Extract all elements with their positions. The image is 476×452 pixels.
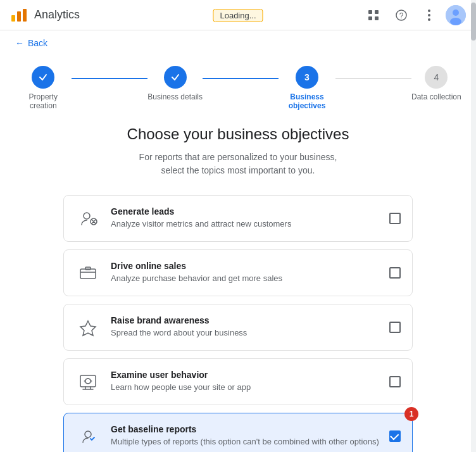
generate-leads-desc: Analyze visitor metrics and attract new … xyxy=(111,218,389,230)
step-4-label: Data collection xyxy=(411,92,461,101)
subtitle-line1: For reports that are personalized to you… xyxy=(139,152,337,162)
svg-point-21 xyxy=(85,431,91,437)
connector-3-4 xyxy=(335,78,411,79)
brand-awareness-title: Raise brand awareness xyxy=(111,315,389,325)
main-content: Choose your business objectives For repo… xyxy=(48,115,428,452)
svg-rect-1 xyxy=(17,11,21,22)
scrollbar[interactable] xyxy=(471,0,476,452)
step-1-label: Property creation xyxy=(15,92,72,110)
option-generate-leads[interactable]: Generate leads Analyze visitor metrics a… xyxy=(63,195,413,242)
back-nav[interactable]: ← Back xyxy=(0,30,476,56)
help-icon-button[interactable]: ? xyxy=(390,4,413,27)
option-raise-brand-awareness[interactable]: Raise brand awareness Spread the word ab… xyxy=(63,304,413,351)
drive-sales-icon xyxy=(75,260,101,286)
more-icon-button[interactable] xyxy=(418,4,441,27)
baseline-reports-desc: Multiple types of reports (this option c… xyxy=(111,436,389,448)
step-2: Business details xyxy=(147,66,203,101)
step-2-circle xyxy=(164,66,187,89)
user-behavior-checkbox[interactable] xyxy=(389,376,401,387)
connector-1-2 xyxy=(72,78,147,79)
svg-rect-2 xyxy=(23,9,27,22)
svg-point-10 xyxy=(428,14,430,16)
step-4-circle: 4 xyxy=(425,66,448,89)
option-get-baseline-reports[interactable]: Get baseline reports Multiple types of r… xyxy=(63,413,413,452)
user-behavior-icon xyxy=(75,369,101,394)
drive-sales-title: Drive online sales xyxy=(111,261,389,271)
drive-sales-checkbox[interactable] xyxy=(389,267,401,279)
stepper: Property creation Business details 3 Bus… xyxy=(0,56,476,115)
brand-awareness-checkbox[interactable] xyxy=(389,322,401,333)
avatar-icon xyxy=(446,5,466,25)
connector-2-3 xyxy=(203,78,279,79)
svg-rect-0 xyxy=(11,15,15,22)
more-vertical-icon xyxy=(428,9,430,21)
header-actions: ? xyxy=(362,4,466,27)
brand-awareness-desc: Spread the word about your business xyxy=(111,327,389,339)
generate-leads-checkbox[interactable] xyxy=(389,213,401,224)
step-3: 3 Business objectives xyxy=(279,66,335,110)
option-drive-online-sales[interactable]: Drive online sales Analyze purchase beha… xyxy=(63,249,413,296)
step-1: Property creation xyxy=(15,66,72,110)
step-4: 4 Data collection xyxy=(411,66,461,101)
help-icon: ? xyxy=(395,9,408,22)
step-2-label: Business details xyxy=(147,92,203,101)
option-examine-user-behavior[interactable]: Examine user behavior Learn how people u… xyxy=(63,358,413,405)
svg-rect-4 xyxy=(375,10,379,14)
app-header: Analytics Loading... ? xyxy=(0,0,476,30)
svg-point-9 xyxy=(428,9,430,12)
check-icon xyxy=(38,72,48,82)
svg-point-14 xyxy=(450,18,461,25)
svg-rect-19 xyxy=(80,375,96,387)
svg-point-13 xyxy=(453,9,459,16)
svg-point-15 xyxy=(84,213,90,219)
user-behavior-text: Examine user behavior Learn how people u… xyxy=(111,370,389,393)
subtitle-line2: select the topics most important to you. xyxy=(161,165,315,175)
back-nav-label: Back xyxy=(28,38,47,48)
user-behavior-desc: Learn how people use your site or app xyxy=(111,382,389,393)
baseline-reports-text: Get baseline reports Multiple types of r… xyxy=(111,424,389,448)
baseline-reports-checkbox[interactable] xyxy=(389,430,401,442)
drive-sales-text: Drive online sales Analyze purchase beha… xyxy=(111,261,389,284)
step-3-label: Business objectives xyxy=(279,92,335,110)
baseline-reports-title: Get baseline reports xyxy=(111,424,389,434)
generate-leads-text: Generate leads Analyze visitor metrics a… xyxy=(111,206,389,230)
svg-rect-6 xyxy=(375,16,379,20)
svg-rect-3 xyxy=(368,10,372,14)
user-avatar[interactable] xyxy=(446,5,466,25)
logo-area: Analytics xyxy=(10,6,80,24)
svg-rect-18 xyxy=(85,267,91,270)
page-subtitle: For reports that are personalized to you… xyxy=(63,151,413,177)
user-behavior-title: Examine user behavior xyxy=(111,370,389,380)
step-3-circle: 3 xyxy=(296,66,318,89)
app-title: Analytics xyxy=(34,8,80,22)
svg-rect-5 xyxy=(368,16,372,20)
brand-awareness-text: Raise brand awareness Spread the word ab… xyxy=(111,315,389,339)
check-icon-2 xyxy=(170,72,180,82)
svg-text:?: ? xyxy=(399,11,404,20)
svg-rect-17 xyxy=(80,269,96,279)
loading-badge: Loading... xyxy=(213,9,263,22)
baseline-reports-icon xyxy=(75,424,101,449)
generate-leads-title: Generate leads xyxy=(111,206,389,217)
generate-leads-icon xyxy=(75,206,101,231)
svg-point-20 xyxy=(85,379,91,384)
grid-icon-button[interactable] xyxy=(362,4,385,27)
analytics-logo-icon xyxy=(10,6,28,24)
svg-point-11 xyxy=(428,18,430,21)
page-title: Choose your business objectives xyxy=(63,125,413,143)
badge-1: 1 xyxy=(404,407,418,421)
brand-awareness-icon xyxy=(75,315,101,340)
loading-area: Loading... xyxy=(213,9,263,21)
scrollbar-thumb[interactable] xyxy=(471,3,476,41)
back-arrow-icon: ← xyxy=(15,38,24,48)
grid-icon xyxy=(367,9,380,22)
step-1-circle xyxy=(32,66,54,89)
drive-sales-desc: Analyze purchase behavior and get more s… xyxy=(111,273,389,284)
